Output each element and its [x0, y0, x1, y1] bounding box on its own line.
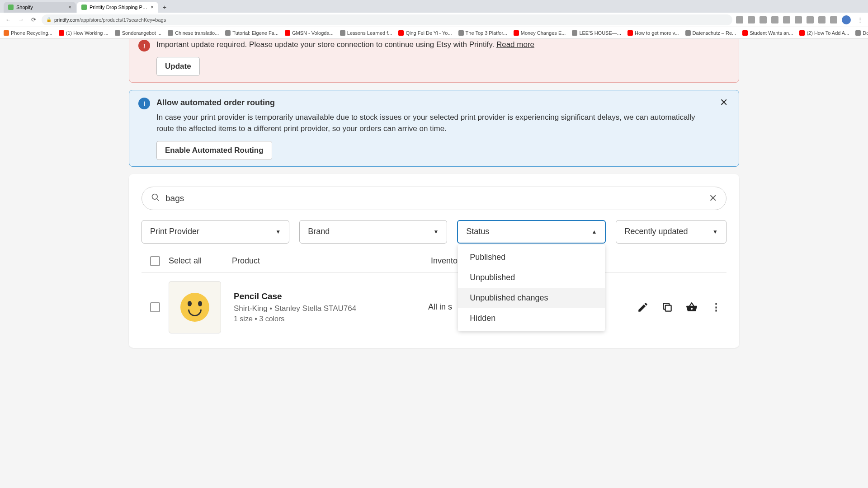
- bookmark[interactable]: LEE'S HOUSE—...: [572, 30, 621, 36]
- tab-title: Printify Drop Shipping Print o...: [90, 5, 148, 10]
- bookmark-favicon-icon: [340, 30, 345, 36]
- extension-icon[interactable]: [771, 16, 778, 23]
- status-option-unpublished-changes[interactable]: Unpublished changes: [458, 288, 605, 308]
- bookmark[interactable]: Lessons Learned f...: [340, 30, 392, 36]
- alert-title: Allow automated order routing: [156, 97, 712, 109]
- browser-tab[interactable]: Shopify ×: [4, 2, 76, 13]
- status-option-hidden[interactable]: Hidden: [458, 308, 605, 328]
- edit-icon[interactable]: [637, 301, 649, 313]
- chevron-down-icon: ▼: [275, 229, 281, 235]
- bookmark-favicon-icon: [514, 30, 519, 36]
- url-bar[interactable]: 🔒 printify.com/app/store/products/1?sear…: [42, 14, 732, 25]
- bookmark[interactable]: GMSN - Vologda...: [285, 30, 334, 36]
- product-info: Pencil Case Shirt-King • Stanley Stella …: [234, 291, 428, 323]
- forward-button[interactable]: →: [16, 15, 25, 24]
- bookmark[interactable]: Tutorial: Eigene Fa...: [225, 30, 278, 36]
- enable-routing-button[interactable]: Enable Automated Routing: [156, 141, 272, 160]
- page-content: ! Important update required. Please upda…: [0, 39, 868, 348]
- bookmark-favicon-icon: [168, 30, 173, 36]
- select-all-label: Select all: [169, 256, 232, 266]
- tab-bar: Shopify × Printify Drop Shipping Print o…: [0, 0, 868, 13]
- filters-row: Print Provider ▼ Brand ▼ Status ▲ Publis…: [142, 220, 726, 244]
- status-option-unpublished[interactable]: Unpublished: [458, 267, 605, 288]
- bookmark-favicon-icon: [685, 30, 691, 36]
- product-variants: 1 size • 3 colors: [234, 315, 428, 323]
- bookmark[interactable]: Money Changes E...: [514, 30, 566, 36]
- extension-icon[interactable]: [807, 16, 814, 23]
- bookmark-favicon-icon: [115, 30, 120, 36]
- products-panel: ✕ Print Provider ▼ Brand ▼ Status ▲ Publ…: [129, 174, 739, 348]
- bookmark-favicon-icon: [572, 30, 577, 36]
- search-input[interactable]: [165, 193, 703, 203]
- bookmark[interactable]: (1) How Working ...: [59, 30, 108, 36]
- alert-text: In case your print provider is temporari…: [156, 112, 712, 135]
- browser-tab[interactable]: Printify Drop Shipping Print o... ×: [77, 2, 158, 13]
- filter-brand[interactable]: Brand ▼: [299, 220, 447, 244]
- product-inventory: All in s: [428, 302, 452, 312]
- bookmark-favicon-icon: [458, 30, 464, 36]
- filter-label: Status: [466, 227, 489, 236]
- close-icon[interactable]: ×: [151, 4, 154, 10]
- browser-chrome: Shopify × Printify Drop Shipping Print o…: [0, 0, 868, 39]
- bookmark-favicon-icon: [59, 30, 64, 36]
- table-header: Select all Product Inventory: [142, 256, 726, 272]
- alert-text: Important update required. Please update…: [156, 40, 494, 49]
- bookmark[interactable]: How to get more v...: [627, 30, 679, 36]
- basket-icon[interactable]: [686, 301, 698, 313]
- more-icon[interactable]: ⋮: [710, 301, 722, 313]
- user-avatar[interactable]: [842, 15, 851, 24]
- read-more-link[interactable]: Read more: [496, 40, 534, 49]
- bookmark-favicon-icon: [285, 30, 290, 36]
- status-option-published[interactable]: Published: [458, 247, 605, 267]
- product-checkbox[interactable]: [150, 302, 160, 312]
- product-row: Pencil Case Shirt-King • Stanley Stella …: [142, 273, 726, 342]
- extension-icon[interactable]: [795, 16, 802, 23]
- browser-toolbar: ← → ⟳ 🔒 printify.com/app/store/products/…: [0, 13, 868, 27]
- bookmark[interactable]: The Top 3 Platfor...: [458, 30, 507, 36]
- extension-icon[interactable]: [736, 16, 743, 23]
- column-product: Product: [232, 256, 431, 266]
- extension-icon[interactable]: [783, 16, 790, 23]
- filter-sort[interactable]: Recently updated ▼: [616, 220, 726, 244]
- filter-label: Brand: [308, 227, 330, 236]
- bookmark[interactable]: Student Wants an...: [742, 30, 793, 36]
- product-thumbnail[interactable]: [169, 281, 221, 333]
- bookmark[interactable]: Phone Recycling...: [4, 30, 52, 36]
- favicon-icon: [8, 5, 14, 10]
- update-button[interactable]: Update: [156, 57, 200, 76]
- filter-status[interactable]: Status ▲ Published Unpublished Unpublish…: [457, 220, 606, 244]
- reload-button[interactable]: ⟳: [29, 15, 38, 24]
- bookmark[interactable]: Download - Cooki...: [855, 30, 868, 36]
- update-alert: ! Important update required. Please upda…: [129, 39, 739, 83]
- bookmark-favicon-icon: [799, 30, 805, 36]
- lock-icon: 🔒: [46, 17, 52, 22]
- clear-search-icon[interactable]: ✕: [709, 192, 717, 204]
- menu-icon[interactable]: ⋮: [855, 15, 864, 24]
- bookmarks-bar: Phone Recycling... (1) How Working ... S…: [0, 27, 868, 39]
- new-tab-button[interactable]: +: [159, 2, 170, 13]
- svg-line-1: [157, 198, 159, 201]
- bookmark[interactable]: Qing Fei De Yi - Yo...: [398, 30, 452, 36]
- filter-print-provider[interactable]: Print Provider ▼: [142, 220, 289, 244]
- bookmark-favicon-icon: [627, 30, 633, 36]
- bookmark[interactable]: Sonderangebot ...: [115, 30, 161, 36]
- extension-icon[interactable]: [830, 16, 837, 23]
- product-name: Pencil Case: [234, 291, 428, 301]
- bookmark[interactable]: Datenschutz – Re...: [685, 30, 736, 36]
- back-button[interactable]: ←: [4, 15, 13, 24]
- close-icon[interactable]: ×: [68, 4, 71, 10]
- extension-icon[interactable]: [748, 16, 755, 23]
- bookmark-favicon-icon: [4, 30, 9, 36]
- copy-icon[interactable]: [661, 301, 673, 313]
- close-icon[interactable]: ✕: [718, 97, 730, 160]
- extension-icon[interactable]: [818, 16, 826, 23]
- bookmark[interactable]: Chinese translatio...: [168, 30, 219, 36]
- url-domain: printify.com: [54, 17, 79, 23]
- select-all-checkbox[interactable]: [150, 256, 160, 266]
- product-subtitle: Shirt-King • Stanley Stella STAU764: [234, 304, 428, 313]
- extension-icon[interactable]: [760, 16, 767, 23]
- bookmark[interactable]: (2) How To Add A...: [799, 30, 849, 36]
- toolbar-icons: ⋮: [736, 15, 864, 24]
- status-dropdown: Published Unpublished Unpublished change…: [458, 244, 605, 331]
- chevron-down-icon: ▼: [433, 229, 439, 235]
